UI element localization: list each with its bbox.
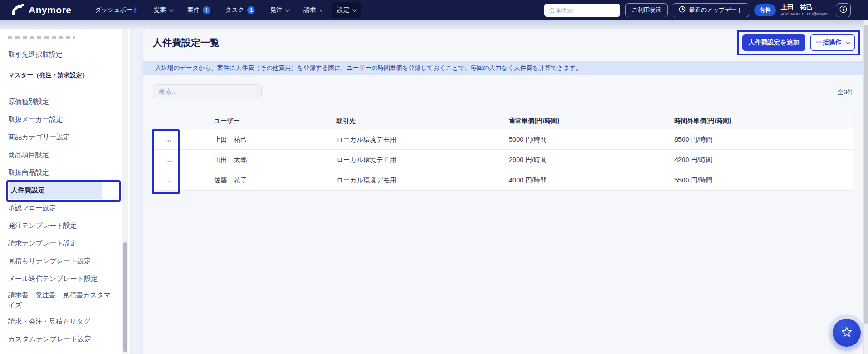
row-menu-button[interactable]: … xyxy=(164,134,173,145)
user-menu[interactable]: 上田 祐己 yuki.ueta+33333@anym... xyxy=(781,3,831,16)
sidebar-item-quote-template[interactable]: 見積もりテンプレート設定 xyxy=(0,252,122,270)
row-menu-button[interactable]: … xyxy=(164,175,173,186)
table-body: … 上田 祐己 ローカル環境デモ用 5000 円/時間 8500 円/時間 … … xyxy=(153,129,853,191)
nav-menu: ダッシュボード 提案 案件 ! タスク 1 発注 請求 設定 xyxy=(90,2,361,18)
table-search-input[interactable] xyxy=(153,84,262,98)
sidebar-item-maker[interactable]: 取扱メーカー設定 xyxy=(0,110,122,128)
window-scrollbar[interactable] xyxy=(863,20,868,354)
sidebar-item-clipped-top xyxy=(8,36,75,39)
cell-client: ローカル環境デモ用 xyxy=(336,156,509,164)
nav-item-dashboard[interactable]: ダッシュボード xyxy=(90,2,144,18)
nav-item-order[interactable]: 発注 xyxy=(264,2,294,18)
nav-item-label: 発注 xyxy=(270,6,282,14)
row-menu-button[interactable]: … xyxy=(164,154,173,165)
nav-item-invoice[interactable]: 請求 xyxy=(298,2,327,18)
notification-badge: 1 xyxy=(247,6,255,14)
sidebar-item-product-item[interactable]: 商品項目設定 xyxy=(0,146,122,163)
chevron-down-icon xyxy=(352,7,357,12)
usage-button[interactable]: ご利用状況 xyxy=(625,3,668,17)
user-name: 上田 祐己 xyxy=(781,3,831,11)
sidebar-item-label: 承認フロー設定 xyxy=(8,203,56,213)
notification-badge: ! xyxy=(203,6,210,14)
updates-button[interactable]: 最近のアップデート xyxy=(673,3,749,17)
sidebar-item-cost-type[interactable]: 原価種別設定 xyxy=(0,93,122,110)
logo-text: Anymore xyxy=(29,5,72,15)
sidebar-list: 取引先選択肢設定 マスター（発注・請求設定） 原価種別設定 取扱メーカー設定 商… xyxy=(0,29,122,354)
sidebar-item-label: 請求・発注・見積もりタグ xyxy=(8,316,90,326)
cell-rate: 4000 円/時間 xyxy=(509,176,674,185)
cell-user: 上田 祐己 xyxy=(214,135,336,144)
table-row: … 山田 太郎 ローカル環境デモ用 2900 円/時間 4200 円/時間 xyxy=(153,150,853,170)
nav-item-label: 設定 xyxy=(337,6,349,14)
chevron-down-icon xyxy=(319,7,323,12)
bulk-actions-label: 一括操作 xyxy=(816,39,842,47)
feedback-fab-button[interactable] xyxy=(833,319,861,347)
sidebar-item-client-select-options[interactable]: 取引先選択肢設定 xyxy=(0,45,122,63)
sidebar-item-label: 商品項目設定 xyxy=(8,150,49,160)
updates-button-label: 最近のアップデート xyxy=(689,6,743,14)
sidebar-scrollbar[interactable] xyxy=(122,29,128,354)
cell-overtime: 4200 円/時間 xyxy=(674,156,853,164)
nav-item-proposal[interactable]: 提案 xyxy=(148,2,178,18)
sidebar-item-doc-tags[interactable]: 請求・発注・見積もりタグ xyxy=(0,313,122,330)
sidebar-item-invoice-template[interactable]: 請求テンプレート設定 xyxy=(0,234,122,252)
sidebar-item-label: 取引先選択肢設定 xyxy=(8,49,63,59)
sidebar-item-label: 請求テンプレート設定 xyxy=(8,238,77,248)
cell-client: ローカル環境デモ用 xyxy=(336,135,509,144)
top-nav: Anymore ダッシュボード 提案 案件 ! タスク 1 発注 請求 設定 ご… xyxy=(0,0,868,20)
nav-item-label: ダッシュボード xyxy=(95,6,139,14)
sidebar-item-label: 人件費設定 xyxy=(11,185,45,195)
cell-client: ローカル環境デモ用 xyxy=(336,176,509,185)
logo-arc-icon xyxy=(12,3,24,17)
nav-item-task[interactable]: タスク 1 xyxy=(220,2,260,18)
sidebar-item-label: 商品カテゴリー設定 xyxy=(8,132,70,142)
table-row: … 上田 祐己 ローカル環境デモ用 5000 円/時間 8500 円/時間 xyxy=(153,129,853,150)
sidebar-item-mail-template[interactable]: メール送信テンプレート設定 xyxy=(0,270,122,287)
sidebar-item-doc-customize[interactable]: 請求書・発注書・見積書カスタマイズ xyxy=(0,287,122,313)
sidebar-item-order-template[interactable]: 発注テンプレート設定 xyxy=(0,216,122,234)
sidebar-item-products[interactable]: 取扱商品設定 xyxy=(0,163,122,181)
table-column-header: 通常単価(円/時間) xyxy=(509,117,674,125)
annotation-highlight-buttons: 人件費設定を追加 一括操作 xyxy=(737,30,860,55)
sidebar-item-label: 発注テンプレート設定 xyxy=(8,221,77,231)
table-row: … 佐藤 花子 ローカル環境デモ用 4000 円/時間 5500 円/時間 xyxy=(153,170,853,191)
total-count: 全3件 xyxy=(837,88,853,97)
table-column-header: 時間外単価(円/時間) xyxy=(674,117,853,125)
chevron-down-icon xyxy=(846,40,850,44)
nav-item-label: タスク xyxy=(225,6,244,14)
sidebar-item-labor-cost[interactable]: 人件費設定 xyxy=(9,181,102,199)
nav-item-label: 提案 xyxy=(154,6,166,14)
chevron-down-icon xyxy=(285,7,290,12)
sidebar-section-label: マスター（発注・請求設定） xyxy=(8,72,88,79)
table-column-header: ユーザー xyxy=(214,117,336,125)
sidebar-item-label: 取扱商品設定 xyxy=(8,167,49,177)
table-column-header: 取引先 xyxy=(336,117,509,125)
sidebar-item-custom-template[interactable]: カスタムテンプレート設定 xyxy=(0,330,122,348)
sidebar-item-label: 原価種別設定 xyxy=(8,97,49,107)
add-labor-cost-button[interactable]: 人件費設定を追加 xyxy=(742,34,805,51)
sidebar-item-approval-flow[interactable]: 承認フロー設定 xyxy=(0,199,122,216)
info-button[interactable] xyxy=(836,3,851,17)
nav-item-label: 案件 xyxy=(187,6,200,14)
cell-rate: 5000 円/時間 xyxy=(509,135,674,144)
bulk-actions-button[interactable]: 一括操作 xyxy=(810,34,855,51)
cell-user: 山田 太郎 xyxy=(214,156,336,164)
star-icon xyxy=(841,326,853,339)
window-scrollbar-thumb[interactable] xyxy=(864,25,868,324)
user-email: yuki.ueta+33333@anym... xyxy=(781,11,831,17)
app-logo[interactable]: Anymore xyxy=(12,3,72,17)
info-notice-bar: 入退場のデータから、案件に人件費（その他費用）を登録する際に、ユーザーの時間単価… xyxy=(143,61,863,75)
top-gradient-band xyxy=(0,20,868,30)
cell-overtime: 5500 円/時間 xyxy=(674,176,853,185)
labor-cost-table: ユーザー取引先通常単価(円/時間)時間外単価(円/時間) … 上田 祐己 ローカ… xyxy=(153,113,853,191)
sidebar-item-label: 見積もりテンプレート設定 xyxy=(8,256,91,266)
nav-item-case[interactable]: 案件 ! xyxy=(182,2,216,18)
sidebar-item-label: 取扱メーカー設定 xyxy=(8,114,63,124)
table-header-row: ユーザー取引先通常単価(円/時間)時間外単価(円/時間) xyxy=(153,113,853,129)
notice-text: 入退場のデータから、案件に人件費（その他費用）を登録する際に、ユーザーの時間単価… xyxy=(155,64,582,72)
sidebar-item-product-category[interactable]: 商品カテゴリー設定 xyxy=(0,128,122,146)
nav-item-settings[interactable]: 設定 xyxy=(332,2,361,18)
sidebar-scrollbar-thumb[interactable] xyxy=(123,242,127,352)
sidebar-item-label: 請求書・発注書・見積書カスタマイズ xyxy=(8,290,116,310)
global-search-input[interactable] xyxy=(544,4,620,17)
